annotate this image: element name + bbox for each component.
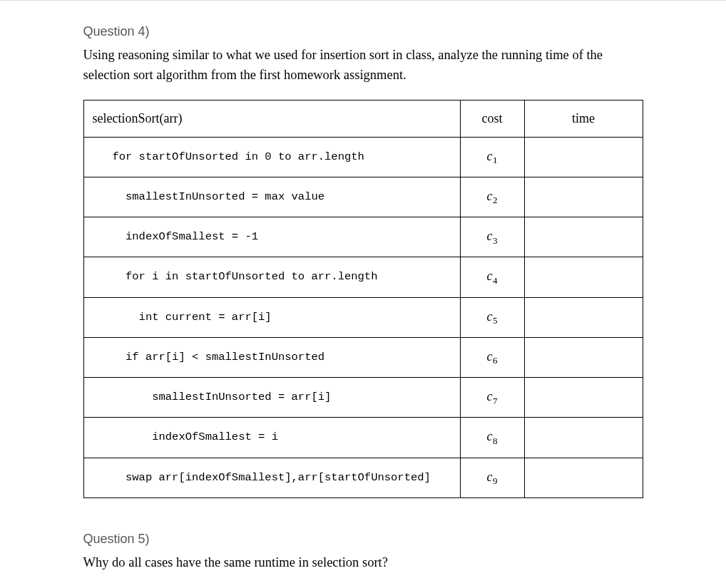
time-cell bbox=[524, 337, 643, 377]
cost-cell: c9 bbox=[460, 458, 524, 497]
table-row: if arr[i] < smallestInUnsorted c6 bbox=[83, 337, 643, 377]
cost-cell: c5 bbox=[460, 297, 524, 337]
time-cell bbox=[524, 177, 643, 217]
table-row: indexOfSmallest = i c8 bbox=[83, 418, 643, 458]
time-cell bbox=[524, 378, 643, 418]
code-cell: for startOfUnsorted in 0 to arr.length bbox=[83, 137, 460, 177]
code-cell: if arr[i] < smallestInUnsorted bbox=[83, 337, 460, 377]
code-cell: smallestInUnsorted = max value bbox=[83, 177, 460, 217]
header-cost: cost bbox=[460, 100, 524, 137]
code-cell: indexOfSmallest = -1 bbox=[83, 217, 460, 257]
code-cell: swap arr[indexOfSmallest],arr[startOfUns… bbox=[83, 458, 460, 497]
table-row: for i in startOfUnsorted to arr.length c… bbox=[83, 257, 643, 297]
cost-cell: c6 bbox=[460, 337, 524, 377]
header-algorithm: selectionSort(arr) bbox=[83, 100, 460, 137]
question-5-text: Why do all cases have the same runtime i… bbox=[83, 553, 643, 573]
cost-cell: c2 bbox=[460, 177, 524, 217]
question-4-text: Using reasoning similar to what we used … bbox=[83, 46, 643, 86]
cost-cell: c3 bbox=[460, 217, 524, 257]
table-row: indexOfSmallest = -1 c3 bbox=[83, 217, 643, 257]
table-row: smallestInUnsorted = arr[i] c7 bbox=[83, 378, 643, 418]
table-row: smallestInUnsorted = max value c2 bbox=[83, 177, 643, 217]
analysis-table-body: for startOfUnsorted in 0 to arr.length c… bbox=[83, 137, 643, 497]
question-4-label: Question 4) bbox=[83, 22, 643, 41]
time-cell bbox=[524, 217, 643, 257]
cost-cell: c8 bbox=[460, 418, 524, 458]
code-cell: int current = arr[i] bbox=[83, 297, 460, 337]
code-cell: smallestInUnsorted = arr[i] bbox=[83, 378, 460, 418]
time-cell bbox=[524, 137, 643, 177]
header-time: time bbox=[524, 100, 643, 137]
code-cell: for i in startOfUnsorted to arr.length bbox=[83, 257, 460, 297]
time-cell bbox=[524, 418, 643, 458]
cost-cell: c1 bbox=[460, 137, 524, 177]
code-cell: indexOfSmallest = i bbox=[83, 418, 460, 458]
document-container: Question 4) Using reasoning similar to w… bbox=[76, 22, 650, 573]
table-header-row: selectionSort(arr) cost time bbox=[83, 100, 643, 137]
question-5-label: Question 5) bbox=[83, 530, 643, 549]
table-row: swap arr[indexOfSmallest],arr[startOfUns… bbox=[83, 458, 643, 497]
analysis-table: selectionSort(arr) cost time for startOf… bbox=[83, 100, 643, 498]
time-cell bbox=[524, 458, 643, 497]
time-cell bbox=[524, 257, 643, 297]
table-row: for startOfUnsorted in 0 to arr.length c… bbox=[83, 137, 643, 177]
time-cell bbox=[524, 297, 643, 337]
cost-cell: c7 bbox=[460, 378, 524, 418]
table-row: int current = arr[i] c5 bbox=[83, 297, 643, 337]
cost-cell: c4 bbox=[460, 257, 524, 297]
